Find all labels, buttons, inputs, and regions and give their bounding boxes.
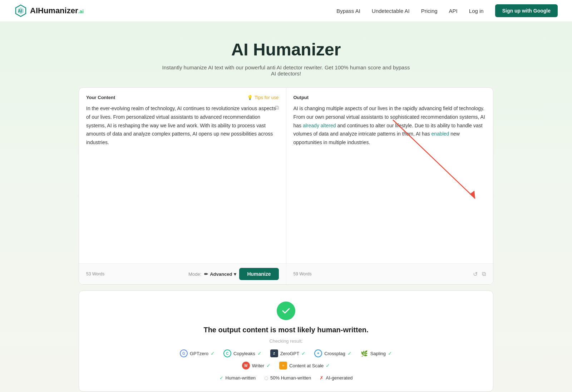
detector-gptzero: G GPTzero ✓ (180, 349, 215, 357)
hero-title: AI Humanizer (7, 40, 565, 59)
input-header: Your Content 💡 Tips for use (86, 95, 279, 100)
nav-undetectable-ai[interactable]: Undetectable AI (372, 8, 410, 14)
contentatscale-label: Content at Scale (289, 363, 324, 368)
output-actions: ↺ ⧉ (473, 271, 486, 278)
input-word-count: 53 Words (86, 271, 104, 276)
mode-label: Mode: (188, 271, 201, 277)
refresh-icon[interactable]: ↺ (473, 271, 478, 278)
copy-output-icon[interactable]: ⧉ (482, 271, 486, 277)
success-check-icon (277, 302, 295, 320)
zerogpt-check: ✓ (301, 351, 306, 356)
detector-zerogpt: Z ZeroGPT ✓ (270, 349, 306, 357)
nav-bypass-ai[interactable]: Bypass AI (336, 8, 360, 14)
output-column: Output AI is changing multiple aspects o… (286, 88, 493, 263)
crossplag-check: ✓ (347, 351, 352, 356)
editor-section: Your Content 💡 Tips for use In the ever-… (79, 87, 493, 285)
hero-subtitle: Instantly humanize AI text with our powe… (161, 64, 411, 77)
legend-human-label: Human-written (226, 375, 256, 381)
results-section: The output content is most likely human-… (79, 290, 493, 392)
copyleaks-icon: C (223, 349, 231, 357)
detector-writer: W Writer ✓ (242, 362, 271, 369)
output-header: Output (294, 95, 486, 100)
humanize-button[interactable]: Humanize (239, 268, 278, 280)
sapling-icon: 🌿 (360, 349, 368, 357)
sapling-label: Sapling (370, 351, 386, 356)
tips-link[interactable]: 💡 Tips for use (247, 95, 278, 100)
output-word-count: 59 Words (294, 271, 312, 276)
legend-green-dot: ✓ (220, 375, 223, 381)
nav-pricing[interactable]: Pricing (421, 8, 438, 14)
writer-icon: W (242, 362, 250, 369)
gptzero-label: GPTzero (190, 351, 208, 356)
writer-label: Writer (252, 363, 264, 368)
main-container: Your Content 💡 Tips for use In the ever-… (64, 87, 508, 392)
zerogpt-label: ZeroGPT (280, 351, 299, 356)
legend-ai-generated: ✗ AI-generated (320, 375, 352, 381)
detectors-row-2: W Writer ✓ ≡ Content at Scale ✓ (86, 362, 486, 369)
copyleaks-label: Copyleaks (233, 351, 255, 356)
output-highlight-1: already altered (303, 123, 336, 128)
logo[interactable]: AI AIHumanizer.ai (14, 4, 84, 17)
chevron-down-icon: ▾ (234, 271, 236, 277)
nav-api[interactable]: API (449, 8, 458, 14)
editor-footer-row: 53 Words Mode: ✏ Advanced ▾ Humanize 59 … (79, 263, 493, 284)
zerogpt-icon: Z (270, 349, 278, 357)
output-col-title: Output (294, 95, 309, 100)
sapling-check: ✓ (388, 351, 392, 356)
writer-check: ✓ (266, 363, 271, 368)
input-copy-icon[interactable]: ⧉ (275, 104, 279, 111)
legend-50-human: ◌ 50% Human-written (264, 375, 311, 381)
legend-human-written: ✓ Human-written (220, 375, 256, 381)
input-col-title: Your Content (86, 95, 115, 100)
contentatscale-check: ✓ (326, 363, 330, 368)
crossplag-label: Crossplag (324, 351, 345, 356)
svg-text:AI: AI (18, 9, 22, 14)
tips-label: Tips for use (255, 95, 278, 100)
bulb-icon: 💡 (247, 95, 253, 100)
output-text: AI is changing multiple aspects of our l… (294, 104, 486, 255)
legend-gray-dot: ◌ (264, 375, 268, 381)
legend-row: ✓ Human-written ◌ 50% Human-written ✗ AI… (86, 375, 486, 381)
legend-ai-label: AI-generated (326, 375, 352, 381)
gptzero-check: ✓ (211, 351, 215, 356)
detector-crossplag: ✦ Crossplag ✓ (314, 349, 352, 357)
crossplag-icon: ✦ (314, 349, 322, 357)
detector-contentatscale: ≡ Content at Scale ✓ (279, 362, 330, 369)
signup-button[interactable]: Sign up with Google (495, 4, 558, 17)
contentatscale-icon: ≡ (279, 362, 287, 369)
editor-columns: Your Content 💡 Tips for use In the ever-… (79, 88, 493, 263)
detectors-row-1: G GPTzero ✓ C Copyleaks ✓ Z ZeroGPT ✓ ✦ … (86, 349, 486, 357)
legend-50-label: 50% Human-written (270, 375, 311, 381)
nav-links: Bypass AI Undetectable AI Pricing API Lo… (336, 4, 558, 17)
checkmark-svg (281, 306, 291, 316)
input-column: Your Content 💡 Tips for use In the ever-… (79, 88, 286, 263)
gptzero-icon: G (180, 349, 188, 357)
navbar: AI AIHumanizer.ai Bypass AI Undetectable… (0, 0, 572, 22)
logo-text: AIHumanizer.ai (30, 6, 84, 15)
logo-icon: AI (14, 4, 27, 17)
output-highlight-2: enabled (432, 131, 449, 137)
nav-login[interactable]: Log in (469, 8, 484, 14)
input-textarea[interactable]: In the ever-evolving realm of technology… (86, 104, 279, 255)
checking-label: Checking result: (86, 338, 486, 344)
pencil-icon: ✏ (204, 271, 208, 277)
mode-button[interactable]: ✏ Advanced ▾ (204, 271, 236, 277)
copyleaks-check: ✓ (257, 351, 262, 356)
detector-copyleaks: C Copyleaks ✓ (223, 349, 262, 357)
result-title: The output content is most likely human-… (86, 326, 486, 334)
legend-red-dot: ✗ (320, 375, 324, 381)
hero-section: AI Humanizer Instantly humanize AI text … (0, 22, 572, 87)
output-footer: 59 Words ↺ ⧉ (286, 263, 493, 284)
input-footer: 53 Words Mode: ✏ Advanced ▾ Humanize (79, 263, 286, 284)
mode-value: Advanced (210, 271, 232, 277)
mode-selector: Mode: ✏ Advanced ▾ Humanize (188, 268, 278, 280)
detector-sapling: 🌿 Sapling ✓ (360, 349, 392, 357)
